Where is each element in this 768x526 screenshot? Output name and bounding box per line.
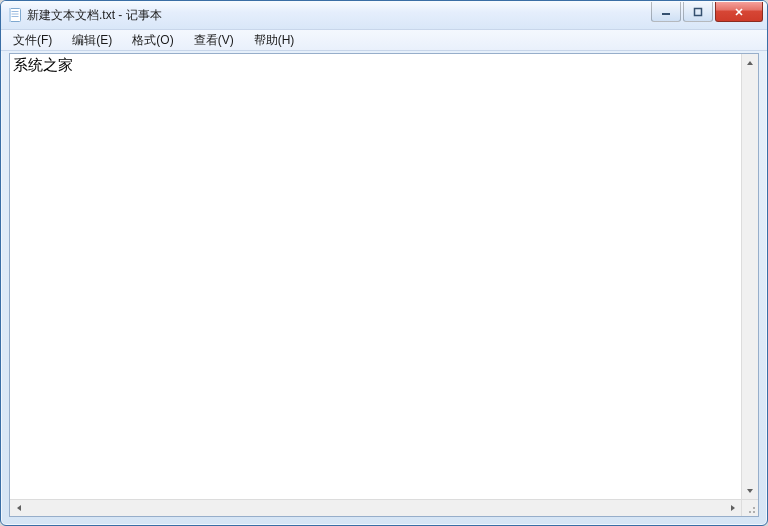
- vertical-scrollbar[interactable]: [741, 54, 758, 499]
- svg-point-13: [753, 511, 755, 513]
- menu-bar: 文件(F) 编辑(E) 格式(O) 查看(V) 帮助(H): [1, 29, 767, 51]
- menu-format[interactable]: 格式(O): [122, 30, 183, 50]
- svg-rect-6: [695, 8, 702, 15]
- menu-edit[interactable]: 编辑(E): [62, 30, 122, 50]
- svg-rect-5: [662, 13, 670, 15]
- svg-marker-10: [747, 489, 753, 493]
- horizontal-scrollbar[interactable]: [10, 499, 741, 516]
- svg-point-14: [749, 511, 751, 513]
- menu-help[interactable]: 帮助(H): [244, 30, 305, 50]
- window-title: 新建文本文档.txt - 记事本: [27, 7, 162, 24]
- title-bar[interactable]: 新建文本文档.txt - 记事本: [1, 1, 767, 29]
- svg-marker-9: [747, 61, 753, 65]
- client-area: 系统之家: [9, 53, 759, 517]
- svg-rect-0: [10, 9, 21, 22]
- scroll-right-button[interactable]: [724, 500, 741, 517]
- close-button[interactable]: [715, 2, 763, 22]
- maximize-button[interactable]: [683, 2, 713, 22]
- svg-rect-4: [9, 8, 11, 22]
- menu-view[interactable]: 查看(V): [184, 30, 244, 50]
- svg-marker-12: [731, 505, 735, 511]
- notepad-icon: [7, 7, 23, 23]
- app-window: 新建文本文档.txt - 记事本 文件(F) 编辑(E) 格式(O) 查看(V)…: [0, 0, 768, 526]
- scroll-down-button[interactable]: [742, 482, 759, 499]
- resize-grip[interactable]: [741, 499, 758, 516]
- text-editor[interactable]: 系统之家: [10, 54, 741, 499]
- window-controls: [651, 2, 763, 22]
- minimize-button[interactable]: [651, 2, 681, 22]
- menu-file[interactable]: 文件(F): [3, 30, 62, 50]
- scroll-up-button[interactable]: [742, 54, 759, 71]
- svg-marker-11: [17, 505, 21, 511]
- scroll-left-button[interactable]: [10, 500, 27, 517]
- svg-point-15: [753, 507, 755, 509]
